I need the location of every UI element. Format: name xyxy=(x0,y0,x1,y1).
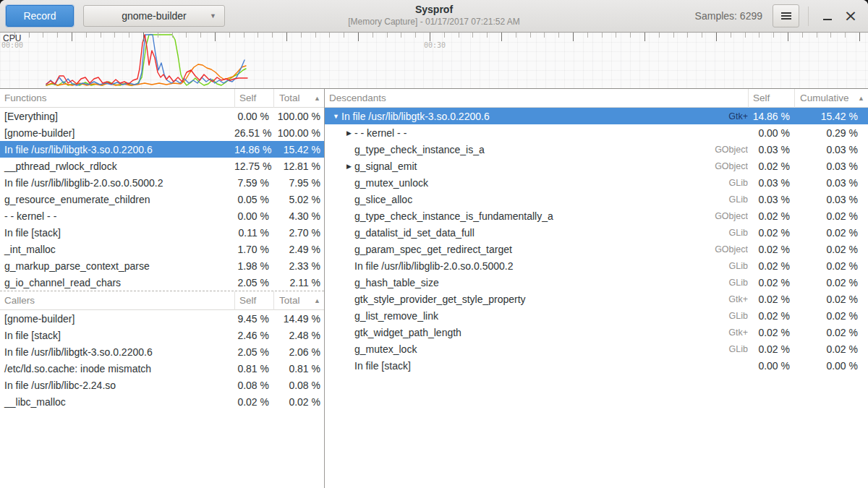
ruler-tick xyxy=(687,33,688,38)
callers-list: [gnome-builder]9.45 %14.49 %In file [sta… xyxy=(0,310,324,410)
minimize-button[interactable] xyxy=(816,4,839,27)
row-cumulative-percent: 0.02 % xyxy=(794,294,868,305)
tree-row[interactable]: ▶g_signal_emitGObject0.02 %0.03 % xyxy=(325,158,868,174)
ruler-tick xyxy=(43,33,43,38)
row-function-name: g_markup_parse_context_parse xyxy=(0,260,234,272)
table-row[interactable]: In file /usr/lib/libglib-2.0.so.0.5000.2… xyxy=(0,174,324,191)
cpu-graph[interactable]: CPU 00:00 00:30 xyxy=(0,33,868,88)
table-row[interactable]: In file [stack]0.11 %2.70 % xyxy=(0,224,324,241)
row-function-name: In file /usr/lib/libgtk-3.so.0.2200.6 xyxy=(0,144,234,155)
row-function-name: g_mutex_unlock xyxy=(354,177,690,189)
tree-row[interactable]: g_type_check_instance_is_fundamentally_a… xyxy=(325,207,868,224)
row-self-percent: 0.03 % xyxy=(748,194,794,205)
row-function-name: In file [stack] xyxy=(354,360,690,372)
tree-row[interactable]: g_datalist_id_set_data_fullGLib0.02 %0.0… xyxy=(325,224,868,241)
row-function-name: __libc_malloc xyxy=(0,396,234,408)
column-header-callers[interactable]: Callers xyxy=(0,291,234,310)
tree-row[interactable]: g_hash_table_sizeGLib0.02 %0.02 % xyxy=(325,274,868,291)
minimize-icon xyxy=(823,19,832,20)
tree-row[interactable]: In file [stack]0.00 %0.00 % xyxy=(325,357,868,374)
tree-row[interactable]: g_list_remove_linkGLib0.02 %0.02 % xyxy=(325,307,868,324)
row-library-tag: Gtk+ xyxy=(690,111,748,121)
table-row[interactable]: [Everything]0.00 %100.00 % xyxy=(0,108,324,124)
tree-row[interactable]: In file /usr/lib/libglib-2.0.so.0.5000.2… xyxy=(325,257,868,274)
row-function-name: gtk_widget_path_length xyxy=(354,327,690,338)
row-self-percent: 0.03 % xyxy=(748,144,794,155)
tree-row[interactable]: g_param_spec_get_redirect_targetGObject0… xyxy=(325,241,868,257)
table-row[interactable]: - - kernel - -0.00 %4.30 % xyxy=(0,207,324,224)
table-row[interactable]: In file /usr/lib/libc-2.24.so0.08 %0.08 … xyxy=(0,377,324,393)
table-row[interactable]: __pthread_rwlock_rdlock12.75 %12.81 % xyxy=(0,158,324,174)
row-library-tag: GLib xyxy=(690,194,748,205)
ruler-tick xyxy=(186,33,187,38)
column-header-self[interactable]: Self xyxy=(234,291,273,310)
column-header-cumulative[interactable]: Cumulative ▲ xyxy=(794,89,868,108)
ruler-tick xyxy=(215,33,216,41)
row-total-percent: 0.08 % xyxy=(273,380,324,391)
headerbar-right: Samples: 6299 × xyxy=(695,4,862,27)
row-self-percent: 1.98 % xyxy=(234,260,273,272)
row-self-percent: 26.51 % xyxy=(234,127,273,139)
tree-row[interactable]: gtk_widget_path_lengthGtk+0.02 %0.02 % xyxy=(325,324,868,341)
expander-closed-icon[interactable]: ▶ xyxy=(344,129,354,137)
table-row[interactable]: g_markup_parse_context_parse1.98 %2.33 % xyxy=(0,257,324,274)
row-self-percent: 0.02 % xyxy=(748,343,794,355)
row-cumulative-percent: 0.03 % xyxy=(794,160,868,172)
table-row[interactable]: In file /usr/lib/libgtk-3.so.0.2200.62.0… xyxy=(0,343,324,360)
tree-row[interactable]: g_mutex_unlockGLib0.03 %0.03 % xyxy=(325,174,868,191)
ruler-tick xyxy=(459,33,459,38)
target-selector-label: gnome-builder xyxy=(122,10,187,22)
ruler-tick xyxy=(759,33,760,38)
ruler-tick xyxy=(172,33,173,38)
ruler-tick xyxy=(802,33,803,38)
tree-row[interactable]: gtk_style_provider_get_style_propertyGtk… xyxy=(325,291,868,307)
row-function-name: g_slice_alloc xyxy=(354,194,690,205)
functions-list: [Everything]0.00 %100.00 %[gnome-builder… xyxy=(0,108,324,291)
ruler-tick xyxy=(344,33,344,38)
table-row[interactable]: /etc/ld.so.cache: inode mismatch0.81 %0.… xyxy=(0,360,324,377)
expander-closed-icon[interactable]: ▶ xyxy=(344,163,354,170)
table-row[interactable]: __libc_malloc0.02 %0.02 % xyxy=(0,393,324,410)
close-button[interactable]: × xyxy=(839,4,862,27)
row-function-name: _int_malloc xyxy=(0,244,234,255)
table-row[interactable]: In file /usr/lib/libgtk-3.so.0.2200.614.… xyxy=(0,141,324,158)
row-total-percent: 100.00 % xyxy=(273,127,324,139)
row-self-percent: 0.02 % xyxy=(748,327,794,338)
ruler-tick xyxy=(373,33,373,38)
ruler-tick xyxy=(315,33,316,38)
target-selector-dropdown[interactable]: gnome-builder ▼ xyxy=(83,5,225,27)
ruler-tick xyxy=(29,33,30,38)
table-row[interactable]: g_resource_enumerate_children0.05 %5.02 … xyxy=(0,191,324,207)
row-self-percent: 0.02 % xyxy=(748,244,794,255)
table-row[interactable]: [gnome-builder]26.51 %100.00 % xyxy=(0,124,324,141)
row-self-percent: 0.02 % xyxy=(748,260,794,272)
tree-row[interactable]: ▶- - kernel - -0.00 %0.29 % xyxy=(325,124,868,141)
tree-row[interactable]: g_type_check_instance_is_aGObject0.03 %0… xyxy=(325,141,868,158)
table-row[interactable]: [gnome-builder]9.45 %14.49 % xyxy=(0,310,324,327)
tree-row[interactable]: g_slice_allocGLib0.03 %0.03 % xyxy=(325,191,868,207)
row-total-percent: 15.42 % xyxy=(273,144,324,155)
tree-row[interactable]: g_mutex_lockGLib0.02 %0.02 % xyxy=(325,341,868,357)
column-header-self[interactable]: Self xyxy=(234,89,273,108)
left-pane: Functions Self Total ▲ [Everything]0.00 … xyxy=(0,89,324,488)
ruler-tick xyxy=(329,33,330,38)
ruler-tick xyxy=(415,33,416,38)
column-header-total[interactable]: Total ▲ xyxy=(273,291,324,310)
record-button[interactable]: Record xyxy=(6,5,74,27)
column-header-total[interactable]: Total ▲ xyxy=(273,89,324,108)
column-header-self[interactable]: Self xyxy=(748,89,794,108)
expander-open-icon[interactable]: ▼ xyxy=(331,113,341,120)
column-header-functions[interactable]: Functions xyxy=(0,89,234,108)
row-self-percent: 2.05 % xyxy=(234,277,273,288)
row-cumulative-percent: 0.03 % xyxy=(794,177,868,189)
ruler-tick xyxy=(659,33,660,38)
column-header-descendants[interactable]: Descendants xyxy=(325,89,748,108)
row-cumulative-percent: 0.02 % xyxy=(794,310,868,322)
row-function-name: In file /usr/lib/libgtk-3.so.0.2200.6 xyxy=(341,111,690,122)
table-row[interactable]: In file [stack]2.46 %2.48 % xyxy=(0,327,324,343)
menu-button[interactable] xyxy=(773,4,799,27)
table-row[interactable]: g_io_channel_read_chars2.05 %2.11 % xyxy=(0,274,324,291)
row-function-name: In file /usr/lib/libc-2.24.so xyxy=(0,380,234,391)
tree-row[interactable]: ▼In file /usr/lib/libgtk-3.so.0.2200.6Gt… xyxy=(325,108,868,124)
table-row[interactable]: _int_malloc1.70 %2.49 % xyxy=(0,241,324,257)
